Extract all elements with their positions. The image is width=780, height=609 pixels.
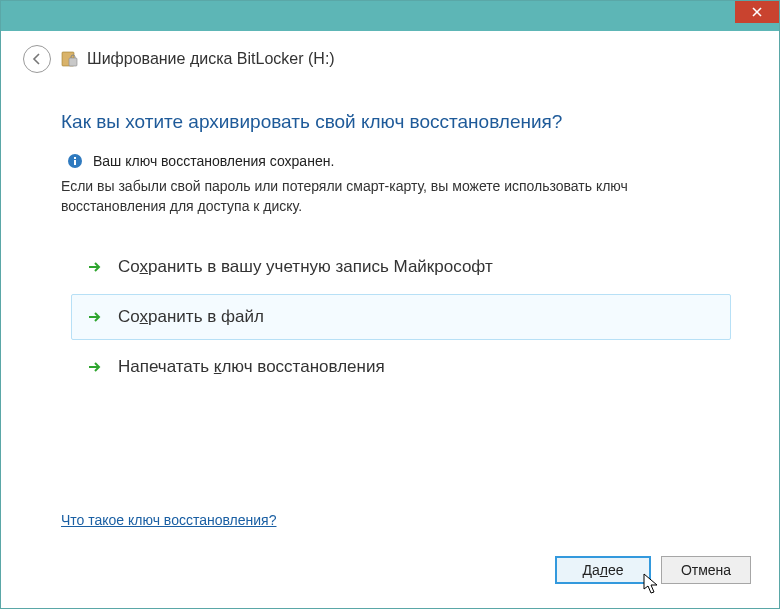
arrow-right-icon [86, 359, 102, 375]
svg-rect-5 [74, 160, 76, 165]
page-title: Шифрование диска BitLocker (H:) [87, 50, 335, 68]
back-arrow-icon [30, 52, 44, 66]
close-button[interactable] [735, 1, 779, 23]
content-area: Как вы хотите архивировать свой ключ вос… [9, 79, 771, 390]
cancel-button[interactable]: Отмена [661, 556, 751, 584]
heading-question: Как вы хотите архивировать свой ключ вос… [61, 111, 731, 133]
option-label: Сохранить в файл [118, 307, 264, 327]
arrow-right-icon [86, 309, 102, 325]
option-save-ms-account[interactable]: Сохранить в вашу учетную запись Майкросо… [71, 244, 731, 290]
option-print-key[interactable]: Напечатать ключ восстановления [71, 344, 731, 390]
cancel-button-label: Отмена [681, 562, 731, 578]
options-list: Сохранить в вашу учетную запись Майкросо… [71, 244, 731, 390]
header-row: Шифрование диска BitLocker (H:) [9, 31, 771, 79]
dialog-window: Шифрование диска BitLocker (H:) Как вы х… [0, 0, 780, 609]
option-save-file[interactable]: Сохранить в файл [71, 294, 731, 340]
next-button[interactable]: Далее [555, 556, 651, 584]
back-button[interactable] [23, 45, 51, 73]
description-text: Если вы забыли свой пароль или потеряли … [61, 177, 731, 216]
titlebar [1, 1, 779, 31]
next-button-label: Далее [582, 562, 623, 578]
button-row: Далее Отмена [555, 556, 751, 584]
svg-rect-3 [69, 58, 77, 66]
dialog-body: Шифрование диска BitLocker (H:) Как вы х… [9, 31, 771, 600]
status-text: Ваш ключ восстановления сохранен. [93, 153, 334, 169]
info-icon [67, 153, 83, 169]
status-row: Ваш ключ восстановления сохранен. [67, 153, 731, 169]
svg-rect-6 [74, 157, 76, 159]
arrow-right-icon [86, 259, 102, 275]
option-label: Сохранить в вашу учетную запись Майкросо… [118, 257, 493, 277]
help-link[interactable]: Что такое ключ восстановления? [61, 512, 277, 528]
bitlocker-icon [61, 50, 79, 68]
close-icon [752, 7, 762, 17]
option-label: Напечатать ключ восстановления [118, 357, 385, 377]
